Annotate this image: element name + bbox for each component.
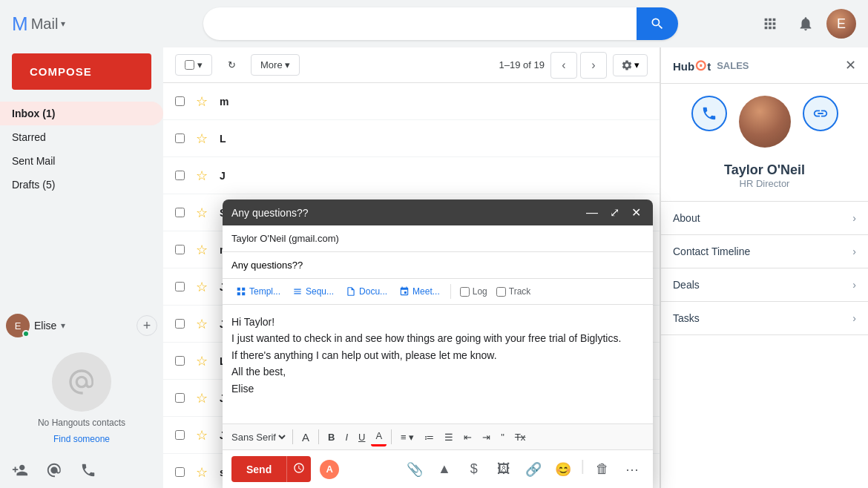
track-label[interactable]: Track xyxy=(496,286,531,297)
minimize-button[interactable]: — xyxy=(583,205,601,220)
row-checkbox[interactable] xyxy=(175,96,185,106)
sequences-button[interactable]: Sequ... xyxy=(288,283,338,300)
track-checkbox[interactable] xyxy=(496,287,506,297)
find-someone-link[interactable]: Find someone xyxy=(53,434,110,444)
log-label[interactable]: Log xyxy=(460,286,487,297)
underline-button[interactable]: U xyxy=(354,429,369,446)
hs-section-deals[interactable]: Deals › xyxy=(661,268,868,302)
text-color-button[interactable]: A xyxy=(371,427,387,446)
subject-input[interactable] xyxy=(231,260,644,271)
remove-format-button[interactable]: Tx xyxy=(510,429,530,446)
mail-caret[interactable]: ▾ xyxy=(61,19,65,29)
unordered-list-button[interactable]: ☰ xyxy=(440,429,458,446)
nav-item-inbox[interactable]: Inbox (1) xyxy=(0,102,163,125)
notifications-icon-button[interactable] xyxy=(791,9,821,39)
delete-compose-button[interactable]: 🗑 xyxy=(591,458,614,481)
indent-increase-button[interactable]: ⇥ xyxy=(478,429,495,446)
row-checkbox[interactable] xyxy=(175,467,185,477)
meetings-button[interactable]: Meet... xyxy=(395,283,444,300)
more-button[interactable]: More ▾ xyxy=(251,54,300,76)
row-checkbox[interactable] xyxy=(175,133,185,143)
add-person-icon-button[interactable] xyxy=(12,462,28,482)
row-checkbox[interactable] xyxy=(175,208,185,217)
insert-emoji-button[interactable]: 😊 xyxy=(551,458,575,481)
user-avatar[interactable]: E xyxy=(826,9,856,39)
row-checkbox[interactable] xyxy=(175,245,185,254)
star-icon[interactable]: ☆ xyxy=(196,242,214,258)
row-checkbox[interactable] xyxy=(175,430,185,440)
search-input[interactable] xyxy=(203,7,678,40)
compose-button[interactable]: COMPOSE xyxy=(12,53,151,90)
log-checkbox[interactable] xyxy=(460,287,470,297)
mail-title[interactable]: Mail xyxy=(31,16,59,33)
to-field: Taylor O'Neil (gmail.com) xyxy=(223,225,653,252)
font-family-select[interactable]: Sans Serif xyxy=(228,431,288,444)
hs-section-contact-timeline[interactable]: Contact Timeline › xyxy=(661,235,868,268)
email-row[interactable]: ☆L xyxy=(163,120,660,157)
hangouts-chat-icon-button[interactable] xyxy=(46,462,62,482)
add-user-button[interactable]: + xyxy=(137,315,157,336)
more-options-button[interactable]: ⋯ xyxy=(620,458,644,481)
close-compose-button[interactable]: ✕ xyxy=(628,205,644,220)
hs-section-tasks[interactable]: Tasks › xyxy=(661,302,868,335)
compose-modal-header: Any questions?? — ⤢ ✕ xyxy=(223,200,653,225)
prev-page-button[interactable]: ‹ xyxy=(550,52,577,79)
settings-button[interactable]: ▾ xyxy=(613,54,648,76)
star-icon[interactable]: ☆ xyxy=(196,279,214,295)
blockquote-button[interactable]: " xyxy=(496,429,509,446)
send-button[interactable]: Send xyxy=(231,456,286,482)
nav-item-sent[interactable]: Sent Mail xyxy=(0,149,163,173)
schedule-send-button[interactable] xyxy=(286,456,311,482)
refresh-button[interactable]: ↻ xyxy=(218,52,245,79)
star-icon[interactable]: ☆ xyxy=(196,390,214,406)
indent-decrease-button[interactable]: ⇤ xyxy=(459,429,476,446)
star-icon[interactable]: ☆ xyxy=(196,205,214,221)
email-row[interactable]: ☆J xyxy=(163,157,660,194)
row-checkbox[interactable] xyxy=(175,356,185,366)
star-icon[interactable]: ☆ xyxy=(196,464,214,481)
star-icon[interactable]: ☆ xyxy=(196,353,214,369)
subject-field[interactable] xyxy=(223,252,653,279)
tools-divider xyxy=(450,284,451,299)
star-icon[interactable]: ☆ xyxy=(196,316,214,332)
email-row[interactable]: ☆m xyxy=(163,83,660,120)
align-button[interactable]: ≡ ▾ xyxy=(396,429,418,446)
star-icon[interactable]: ☆ xyxy=(196,427,214,444)
bold-button[interactable]: B xyxy=(323,429,339,446)
star-icon[interactable]: ☆ xyxy=(196,168,214,184)
hubspot-close-button[interactable]: ✕ xyxy=(845,57,856,73)
google-drive-button[interactable]: ▲ xyxy=(433,458,456,481)
nav-item-starred[interactable]: Starred xyxy=(0,125,163,149)
templates-button[interactable]: Templ... xyxy=(231,283,285,300)
compose-body[interactable]: Hi Taylor! I just wanted to check in and… xyxy=(223,305,653,423)
row-checkbox[interactable] xyxy=(175,171,185,180)
modal-controls: — ⤢ ✕ xyxy=(583,205,644,220)
search-button[interactable] xyxy=(637,7,678,40)
call-contact-button[interactable] xyxy=(691,96,727,131)
star-icon[interactable]: ☆ xyxy=(196,93,214,110)
row-checkbox[interactable] xyxy=(175,393,185,403)
attach-file-button[interactable]: 📎 xyxy=(403,458,427,481)
insert-link-button[interactable]: 🔗 xyxy=(522,458,545,481)
hs-section-about[interactable]: About › xyxy=(661,202,868,235)
nav-item-drafts[interactable]: Drafts (5) xyxy=(0,173,163,197)
link-contact-button[interactable] xyxy=(803,96,838,131)
font-size-button[interactable]: A xyxy=(297,428,314,446)
star-icon[interactable]: ☆ xyxy=(196,131,214,147)
contact-photo xyxy=(739,96,791,148)
next-page-button[interactable]: › xyxy=(580,52,607,79)
format-text-icon-button[interactable]: A xyxy=(320,460,339,479)
select-checkbox-button[interactable]: ▾ xyxy=(175,54,212,76)
insert-money-button[interactable]: $ xyxy=(462,458,486,481)
row-checkbox[interactable] xyxy=(175,282,185,291)
ordered-list-button[interactable]: ≔ xyxy=(420,429,438,446)
select-all-checkbox[interactable] xyxy=(185,60,194,70)
insert-photo-button[interactable]: 🖼 xyxy=(492,458,516,481)
apps-icon-button[interactable] xyxy=(755,9,785,39)
maximize-button[interactable]: ⤢ xyxy=(607,205,622,220)
documents-button[interactable]: Docu... xyxy=(341,283,392,300)
row-checkbox[interactable] xyxy=(175,319,185,329)
user-pill[interactable]: E Elise ▾ + xyxy=(0,311,163,340)
phone-call-icon-button[interactable] xyxy=(80,462,96,482)
italic-button[interactable]: I xyxy=(341,429,352,446)
